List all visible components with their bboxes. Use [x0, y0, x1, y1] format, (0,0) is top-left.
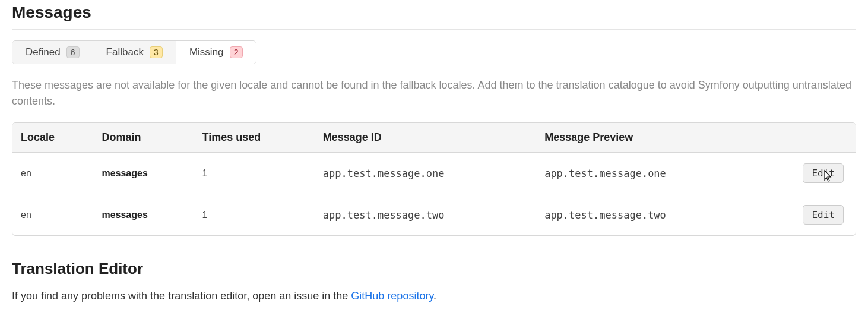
- edit-button[interactable]: Edit: [803, 163, 844, 183]
- col-domain: Domain: [93, 123, 194, 153]
- github-link[interactable]: GitHub repository: [351, 290, 433, 302]
- editor-text-before: If you find any problems with the transl…: [12, 290, 351, 302]
- tab-label: Fallback: [106, 46, 144, 58]
- cell-domain: messages: [93, 194, 194, 235]
- tab-badge: 2: [230, 46, 243, 58]
- cell-message-preview: app.test.message.two: [536, 194, 758, 235]
- col-times-used: Times used: [194, 123, 315, 153]
- cell-locale: en: [12, 153, 93, 194]
- page-heading: Messages: [12, 3, 856, 30]
- cell-times-used: 1: [194, 153, 315, 194]
- editor-heading: Translation Editor: [12, 260, 856, 278]
- cell-domain: messages: [93, 153, 194, 194]
- col-message-preview: Message Preview: [536, 123, 758, 153]
- tab-badge: 6: [66, 46, 80, 58]
- tab-badge: 3: [150, 46, 163, 58]
- cell-locale: en: [12, 194, 93, 235]
- col-action: [758, 123, 856, 153]
- table-row: enmessages1app.test.message.oneapp.test.…: [12, 153, 856, 194]
- cell-action: Edit: [758, 153, 856, 194]
- tab-description: These messages are not available for the…: [12, 77, 856, 109]
- col-message-id: Message ID: [315, 123, 536, 153]
- messages-table: Locale Domain Times used Message ID Mess…: [12, 122, 856, 236]
- edit-button[interactable]: Edit: [803, 205, 844, 225]
- tab-fallback[interactable]: Fallback3: [93, 41, 176, 64]
- cell-message-preview: app.test.message.one: [536, 153, 758, 194]
- tab-label: Missing: [189, 46, 224, 58]
- tab-missing[interactable]: Missing2: [176, 41, 256, 64]
- tab-defined[interactable]: Defined6: [12, 41, 93, 64]
- messages-tbody: enmessages1app.test.message.oneapp.test.…: [12, 153, 856, 235]
- col-locale: Locale: [12, 123, 93, 153]
- cell-message-id: app.test.message.two: [315, 194, 536, 235]
- cell-times-used: 1: [194, 194, 315, 235]
- editor-text: If you find any problems with the transl…: [12, 290, 856, 302]
- tab-label: Defined: [26, 46, 61, 58]
- cell-action: Edit: [758, 194, 856, 235]
- cell-message-id: app.test.message.one: [315, 153, 536, 194]
- table-row: enmessages1app.test.message.twoapp.test.…: [12, 194, 856, 235]
- tabs-container: Defined6Fallback3Missing2: [12, 40, 256, 64]
- editor-text-after: .: [433, 290, 436, 302]
